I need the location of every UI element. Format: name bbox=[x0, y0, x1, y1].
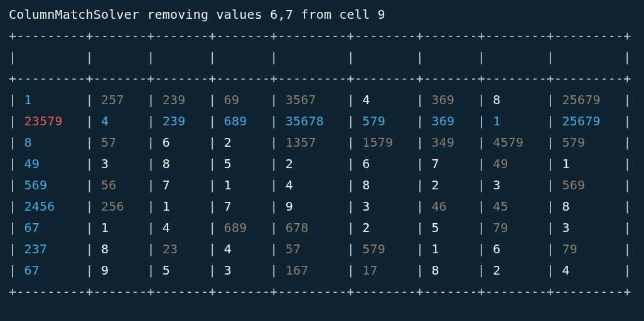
cell-bar: | bbox=[347, 220, 362, 235]
cell-value: 5 bbox=[163, 263, 170, 278]
cell-value: 23 bbox=[163, 241, 178, 256]
cell-bar: | bbox=[623, 92, 631, 107]
cell-value: 1 bbox=[493, 113, 500, 129]
cell-bar: | bbox=[478, 263, 493, 278]
cell-value: 579 bbox=[362, 113, 385, 129]
cell-value: 369 bbox=[431, 92, 454, 107]
cell-bar: | bbox=[347, 92, 362, 107]
cell-value: 2456 bbox=[24, 199, 55, 214]
cell-bar: | bbox=[416, 156, 431, 171]
cell-bar: | bbox=[85, 113, 100, 129]
cell-bar: | bbox=[478, 113, 493, 129]
cell-value: 7 bbox=[163, 177, 170, 192]
cell-bar: | bbox=[270, 135, 285, 150]
cell-bar: | bbox=[270, 113, 285, 129]
cell-bar: | bbox=[547, 199, 562, 214]
cell-value: 1 bbox=[24, 92, 31, 107]
cell-bar: | bbox=[208, 263, 223, 278]
cell-value: 8 bbox=[24, 135, 31, 150]
cell-value: 3 bbox=[562, 220, 570, 235]
cell-value: 8 bbox=[562, 199, 570, 214]
table-row: | 569 | 56 | 7 | 1 | 4 | 8 | 2 | 3 | 569… bbox=[9, 177, 631, 192]
cell-bar: | bbox=[623, 50, 631, 65]
cell-bar: | bbox=[416, 50, 431, 65]
cell-bar: | bbox=[147, 113, 162, 129]
table-row: | 49 | 3 | 8 | 5 | 2 | 6 | 7 | 49 | 1 | bbox=[9, 156, 631, 171]
cell-bar: | bbox=[147, 50, 162, 65]
cell-bar: | bbox=[478, 135, 493, 150]
cell-value: 67 bbox=[24, 263, 39, 278]
cell-bar: | bbox=[347, 177, 362, 192]
cell-value: 689 bbox=[224, 220, 247, 235]
table-row: | 8 | 57 | 6 | 2 | 1357 | 1579 | 349 | 4… bbox=[9, 135, 631, 150]
cell-bar: | bbox=[208, 220, 223, 235]
cell-bar: | bbox=[478, 220, 493, 235]
cell-bar: | bbox=[623, 199, 631, 214]
table-separator: +---------+-------+-------+-------+-----… bbox=[9, 284, 631, 299]
cell-value: 4 bbox=[362, 92, 370, 107]
cell-bar: | bbox=[208, 135, 223, 150]
cell-bar: | bbox=[416, 263, 431, 278]
cell-bar: | bbox=[624, 113, 631, 129]
cell-value: 1357 bbox=[286, 135, 316, 150]
cell-value: 8 bbox=[362, 177, 370, 192]
cell-value: 25679 bbox=[562, 113, 601, 129]
cell-value: 57 bbox=[286, 241, 301, 256]
cell-value: 8 bbox=[101, 241, 109, 256]
cell-value: 8 bbox=[431, 263, 439, 278]
cell-value: 2 bbox=[224, 135, 232, 150]
table-row: | 67 | 1 | 4 | 689 | 678 | 2 | 5 | 79 | … bbox=[9, 220, 631, 235]
cell-bar: | bbox=[547, 135, 562, 150]
cell-bar: | bbox=[85, 92, 100, 107]
cell-bar: | bbox=[147, 241, 162, 256]
cell-bar: | bbox=[347, 135, 362, 150]
cell-value: 7 bbox=[224, 199, 232, 214]
cell-bar: | bbox=[270, 177, 285, 192]
cell-bar: | bbox=[270, 50, 285, 65]
cell-value: 23579 bbox=[24, 113, 62, 129]
cell-bar: | bbox=[547, 113, 562, 129]
cell-value: 49 bbox=[24, 156, 39, 171]
cell-value: 4 bbox=[101, 113, 109, 129]
table-row: | 67 | 9 | 5 | 3 | 167 | 17 | 8 | 2 | 4 … bbox=[9, 263, 631, 278]
cell-bar: | bbox=[347, 156, 362, 171]
cell-value: 256 bbox=[101, 199, 124, 214]
cell-bar: | bbox=[270, 156, 285, 171]
cell-value: 239 bbox=[163, 113, 186, 129]
cell-value: 56 bbox=[101, 177, 116, 192]
cell-value: 2 bbox=[431, 177, 439, 192]
cell-value: 6 bbox=[362, 156, 370, 171]
cell-value: 67 bbox=[24, 220, 39, 235]
cell-value: 1 bbox=[163, 199, 170, 214]
cell-bar: | bbox=[9, 156, 24, 171]
cell-bar: | bbox=[85, 156, 100, 171]
cell-bar: | bbox=[208, 92, 223, 107]
cell-bar: | bbox=[9, 92, 24, 107]
cell-value: 69 bbox=[224, 92, 239, 107]
cell-value: 17 bbox=[362, 263, 377, 278]
cell-bar: | bbox=[270, 199, 285, 214]
cell-bar: | bbox=[416, 92, 431, 107]
cell-value: 4 bbox=[286, 177, 293, 192]
cell-value: 7 bbox=[431, 156, 439, 171]
cell-value: 3 bbox=[362, 199, 370, 214]
cell-value: 349 bbox=[431, 135, 454, 150]
cell-bar: | bbox=[416, 113, 431, 129]
cell-bar: | bbox=[208, 241, 223, 256]
cell-bar: | bbox=[85, 263, 100, 278]
cell-bar: | bbox=[208, 113, 223, 129]
cell-bar: | bbox=[416, 177, 431, 192]
cell-bar: | bbox=[416, 199, 431, 214]
cell-bar: | bbox=[347, 241, 362, 256]
cell-value: 6 bbox=[163, 135, 170, 150]
table-separator: +---------+-------+-------+-------+-----… bbox=[9, 28, 631, 43]
terminal-output: ColumnMatchSolver removing values 6,7 fr… bbox=[0, 0, 644, 308]
cell-bar: | bbox=[347, 50, 362, 65]
cell-value: 4 bbox=[562, 263, 570, 278]
cell-value: 35678 bbox=[286, 113, 324, 129]
cell-value: 45 bbox=[493, 199, 508, 214]
cell-value: 237 bbox=[24, 241, 47, 256]
cell-bar: | bbox=[478, 156, 493, 171]
cell-value: 2 bbox=[493, 263, 500, 278]
cell-bar: | bbox=[208, 199, 223, 214]
